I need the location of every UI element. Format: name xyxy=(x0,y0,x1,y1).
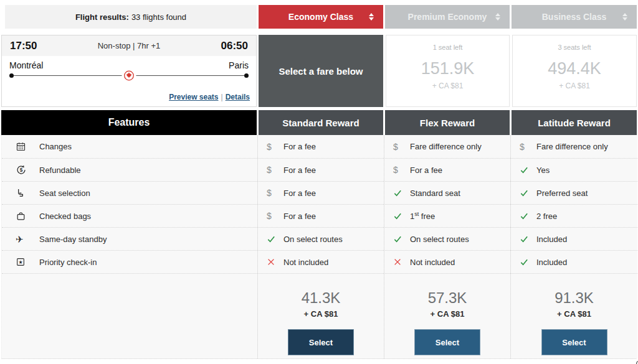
dollar-icon: $ xyxy=(267,188,283,198)
check-icon xyxy=(520,189,536,198)
dollar-icon: $ xyxy=(267,211,283,221)
cell-value: 1st free xyxy=(410,211,435,221)
tab-business-label: Business Class xyxy=(542,12,607,22)
cell-value: Included xyxy=(536,258,567,267)
sort-arrows-icon xyxy=(622,13,627,21)
latitude-cash: + CA $81 xyxy=(511,309,637,319)
flex-reward-header: Flex Reward xyxy=(385,110,510,135)
pricing-empty-cell xyxy=(2,273,257,358)
feature-label: Changes xyxy=(39,142,72,151)
select-latitude-button[interactable]: Select xyxy=(541,329,607,355)
business-cash: + CA $81 xyxy=(513,82,636,90)
dollar-icon: $ xyxy=(267,142,283,152)
dollar-icon: $ xyxy=(267,165,283,175)
cross-icon xyxy=(393,258,410,266)
plane-clock-icon: ✈ xyxy=(16,235,39,244)
cell-value: Preferred seat xyxy=(536,189,588,198)
tab-premium-economy[interactable]: Premium Economy xyxy=(385,5,510,29)
flight-results-bar: Flight results: 33 flights found xyxy=(5,5,257,29)
cell-value: Not included xyxy=(410,258,455,267)
route-line xyxy=(9,70,249,82)
destination-city: Paris xyxy=(229,60,249,70)
business-points: 494.4K xyxy=(513,59,636,78)
check-icon xyxy=(520,235,536,244)
standard-points: 41.3K xyxy=(258,289,384,307)
check-icon xyxy=(267,235,283,244)
cell-value: Not included xyxy=(283,258,328,267)
cell-value: On select routes xyxy=(410,235,469,244)
flight-results-label: Flight results: xyxy=(75,12,129,22)
arrival-time: 06:50 xyxy=(221,40,248,52)
air-canada-maple-leaf-icon xyxy=(122,70,136,81)
check-icon xyxy=(520,258,536,267)
check-icon xyxy=(393,189,410,198)
cell-value: For a fee xyxy=(283,166,316,175)
suitcase-icon xyxy=(16,211,39,222)
svg-text:★: ★ xyxy=(18,259,22,265)
flight-card-links: Preview seats|Details xyxy=(169,93,250,101)
feature-label: Same-day standby xyxy=(39,235,107,244)
check-icon xyxy=(393,212,410,221)
seat-icon xyxy=(16,188,39,198)
cell-value: Fare difference only xyxy=(536,142,608,151)
select-standard-button[interactable]: Select xyxy=(288,329,354,355)
sort-arrows-icon xyxy=(369,13,374,21)
details-link[interactable]: Details xyxy=(226,93,250,101)
feature-label: Refundable xyxy=(39,166,81,175)
svg-text:$: $ xyxy=(20,167,23,173)
table-row: Checked bags $For a fee 1st free 2 free xyxy=(2,204,636,227)
tab-economy-class[interactable]: Economy Class xyxy=(259,5,383,29)
cell-value: Standard seat xyxy=(410,189,460,198)
cell-value: Included xyxy=(536,235,567,244)
preview-seats-link[interactable]: Preview seats xyxy=(169,93,218,101)
refund-dollar-icon: $ xyxy=(16,164,39,175)
latitude-reward-pricing: 91.3K + CA $81 Select xyxy=(510,273,637,358)
flex-points: 57.3K xyxy=(384,289,510,307)
feature-label: Checked bags xyxy=(39,212,91,221)
links-separator: | xyxy=(221,93,223,101)
tab-business-class[interactable]: Business Class xyxy=(512,5,637,29)
standard-reward-pricing: 41.3K + CA $81 Select xyxy=(257,273,384,358)
dollar-icon: $ xyxy=(520,142,536,152)
standard-cash: + CA $81 xyxy=(258,309,384,319)
select-fare-prompt: Select a fare below xyxy=(259,35,383,107)
tab-premium-label: Premium Economy xyxy=(408,12,487,22)
cell-value: For a fee xyxy=(283,142,316,151)
table-row: ✈ Same-day standby On select routes On s… xyxy=(2,227,636,250)
features-header: Features xyxy=(1,110,257,135)
latitude-points: 91.3K xyxy=(511,289,637,307)
cell-value: For a fee xyxy=(410,166,442,175)
calendar-icon xyxy=(16,141,39,152)
business-class-fare-cell[interactable]: 3 seats left 494.4K + CA $81 xyxy=(512,35,637,107)
pricing-row: 41.3K + CA $81 Select 57.3K + CA $81 Sel… xyxy=(2,273,636,358)
flex-cash: + CA $81 xyxy=(384,309,510,319)
fare-features-table: Changes $For a fee $Fare difference only… xyxy=(1,135,637,359)
select-flex-button[interactable]: Select xyxy=(414,329,480,355)
sort-arrows-icon xyxy=(495,13,500,21)
fare-comparison-page: Flight results: 33 flights found Economy… xyxy=(1,5,637,359)
check-icon xyxy=(520,166,536,175)
check-icon xyxy=(393,235,410,244)
premium-seats-left: 1 seat left xyxy=(386,44,509,51)
dollar-icon: $ xyxy=(393,142,410,152)
feature-label: Seat selection xyxy=(39,189,90,198)
route-info: Non-stop | 7hr +1 xyxy=(98,41,161,50)
premium-points: 151.9K xyxy=(386,59,509,78)
flight-times-strip: 17:50 Non-stop | 7hr +1 06:50 xyxy=(2,35,256,56)
table-row: Changes $For a fee $Fare difference only… xyxy=(2,135,636,158)
flight-results-count: 33 flights found xyxy=(131,12,186,22)
table-row: $ Refundable $For a fee $For a fee Yes xyxy=(2,158,636,181)
cell-value: For a fee xyxy=(283,212,316,221)
premium-economy-fare-cell[interactable]: 1 seat left 151.9K + CA $81 xyxy=(386,35,510,107)
cell-value: On select routes xyxy=(283,235,343,244)
cell-value: Fare difference only xyxy=(410,142,482,151)
table-row: Seat selection $For a fee Standard seat … xyxy=(2,181,636,204)
business-seats-left: 3 seats left xyxy=(513,44,636,51)
dollar-icon: $ xyxy=(393,165,410,175)
cell-value: For a fee xyxy=(283,189,316,198)
origin-city: Montréal xyxy=(9,60,43,70)
cell-value: Yes xyxy=(536,166,550,175)
latitude-reward-header: Latitude Reward xyxy=(512,110,637,135)
origin-dot-icon xyxy=(9,73,14,78)
destination-dot-icon xyxy=(244,73,249,78)
